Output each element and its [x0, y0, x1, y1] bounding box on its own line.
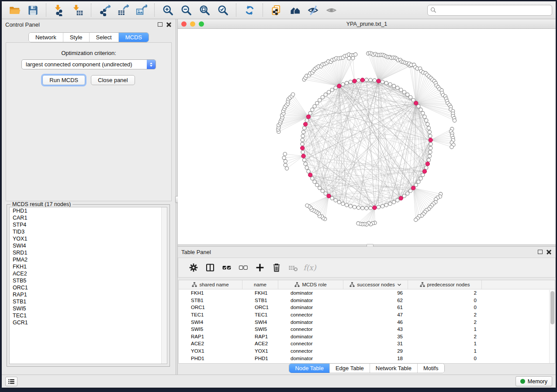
mcds-result-item[interactable]: STB1: [10, 298, 167, 305]
table-row[interactable]: ORC1ORC1dominator610: [179, 304, 555, 311]
mcds-result-item[interactable]: GCR1: [10, 319, 167, 326]
task-history-button[interactable]: [5, 377, 17, 386]
scrollbar-thumb[interactable]: [550, 291, 554, 324]
open-session-button[interactable]: [5, 3, 24, 17]
column-header-shared-name[interactable]: shared name: [179, 280, 242, 289]
show-column-button[interactable]: [202, 260, 218, 275]
mcds-node[interactable]: [308, 173, 312, 177]
mcds-node[interactable]: [301, 146, 304, 150]
tab-select[interactable]: Select: [89, 33, 118, 42]
close-panel-icon[interactable]: [547, 249, 552, 255]
run-mcds-button[interactable]: Run MCDS: [42, 75, 85, 85]
network-canvas[interactable]: [178, 29, 556, 244]
optimization-criterion-select[interactable]: largest connected component (undirected): [21, 59, 156, 69]
mcds-result-item[interactable]: TID3: [10, 228, 167, 235]
mcds-node[interactable]: [377, 79, 381, 83]
deselect-all-button[interactable]: [235, 260, 252, 275]
column-header-predecessor-nodes[interactable]: predecessor nodes: [408, 280, 482, 289]
mcds-list-scrollbar[interactable]: [161, 207, 167, 364]
zoom-fit-button[interactable]: [195, 3, 214, 17]
mcds-result-item[interactable]: ACE2: [10, 270, 167, 277]
table-row[interactable]: STB1STB1dominator620: [179, 297, 555, 304]
table-row[interactable]: SWI5SWI5connector431: [179, 326, 555, 333]
table-row[interactable]: TEC1TEC1connector472: [179, 311, 555, 319]
first-neighbors-button[interactable]: [285, 3, 304, 17]
window-close-icon[interactable]: [181, 21, 187, 27]
create-column-button[interactable]: [252, 260, 268, 275]
zoom-selected-button[interactable]: [214, 3, 232, 17]
table-row[interactable]: FKH1FKH1dominator962: [179, 289, 555, 297]
mcds-node[interactable]: [426, 162, 429, 166]
mcds-result-item[interactable]: ORC1: [10, 284, 167, 291]
export-network-button[interactable]: [95, 3, 114, 17]
tab-style[interactable]: Style: [63, 33, 89, 42]
mcds-result-item[interactable]: SWI5: [10, 305, 167, 312]
float-panel-icon[interactable]: [538, 250, 543, 254]
table-row[interactable]: ACE2ACE2connector311: [179, 340, 555, 347]
mcds-node[interactable]: [412, 186, 415, 190]
mcds-result-item[interactable]: YOX1: [10, 235, 167, 242]
import-network-button[interactable]: [50, 3, 69, 17]
import-table-button[interactable]: [69, 3, 87, 17]
close-panel-button[interactable]: Close panel: [91, 75, 135, 85]
mcds-node[interactable]: [353, 79, 356, 83]
mcds-result-item[interactable]: TEC1: [10, 312, 167, 319]
network-node: [321, 96, 324, 99]
mcds-result-item[interactable]: STB5: [10, 277, 167, 284]
table-row[interactable]: YOX1YOX1connector291: [179, 347, 555, 355]
table-row[interactable]: SWI4SWI4dominator462: [179, 318, 555, 326]
mcds-node[interactable]: [429, 138, 432, 142]
zoom-out-button[interactable]: [177, 3, 195, 17]
table-row[interactable]: RAP1RAP1dominator352: [179, 333, 555, 340]
network-node: [417, 180, 420, 183]
mcds-node[interactable]: [414, 101, 418, 105]
mcds-node[interactable]: [399, 196, 403, 200]
select-all-button[interactable]: [218, 260, 235, 275]
clone-network-button[interactable]: [267, 3, 285, 17]
import-table-icon: [72, 4, 84, 16]
export-image-button[interactable]: [132, 3, 150, 17]
close-panel-icon[interactable]: [166, 22, 172, 28]
float-panel-icon[interactable]: [158, 22, 163, 27]
tab-network[interactable]: Network: [29, 33, 63, 42]
zoom-in-button[interactable]: [159, 3, 177, 17]
column-header-successor-nodes[interactable]: successor nodes: [343, 280, 408, 289]
export-table-button[interactable]: [114, 3, 132, 17]
mcds-result-item[interactable]: SWI4: [10, 242, 167, 249]
save-session-button[interactable]: [24, 3, 42, 17]
network-view-titlebar: YPA_prune.txt_1: [178, 19, 556, 29]
mcds-node[interactable]: [327, 194, 331, 198]
column-header-MCDS-role[interactable]: MCDS role: [278, 280, 343, 289]
mcds-result-item[interactable]: FKH1: [10, 263, 167, 270]
column-header-name[interactable]: name: [242, 280, 278, 289]
mcds-node[interactable]: [360, 78, 364, 82]
network-node: [345, 81, 349, 85]
memory-button[interactable]: Memory: [515, 376, 552, 386]
tab-motifs[interactable]: Motifs: [417, 364, 444, 373]
mcds-result-item[interactable]: CAR1: [10, 214, 167, 221]
table-row[interactable]: PHD1PHD1dominator180: [179, 354, 555, 362]
mcds-result-item[interactable]: STP4: [10, 221, 167, 228]
hide-selected-button[interactable]: [304, 3, 322, 17]
tab-mcds[interactable]: MCDS: [118, 33, 149, 42]
mcds-result-item[interactable]: PMA2: [10, 256, 167, 263]
tab-edge-table[interactable]: Edge Table: [329, 364, 370, 373]
mcds-node[interactable]: [337, 84, 341, 88]
table-scrollbar[interactable]: [549, 290, 555, 363]
mcds-result-item[interactable]: RAP1: [10, 291, 167, 298]
mcds-node[interactable]: [306, 115, 310, 119]
mcds-node[interactable]: [304, 122, 308, 126]
search-input[interactable]: [439, 7, 549, 14]
update-view-button[interactable]: [240, 3, 259, 17]
delete-column-button[interactable]: [268, 260, 285, 275]
tab-node-table[interactable]: Node Table: [289, 364, 329, 373]
mcds-node[interactable]: [373, 206, 377, 210]
mcds-node[interactable]: [422, 169, 426, 173]
window-maximize-icon[interactable]: [199, 21, 204, 27]
mcds-node[interactable]: [301, 154, 305, 158]
mcds-result-item[interactable]: PHD1: [10, 207, 167, 214]
tab-network-table[interactable]: Network Table: [370, 364, 417, 373]
window-minimize-icon[interactable]: [190, 21, 195, 27]
mcds-result-item[interactable]: SRD1: [10, 249, 167, 256]
table-options-button[interactable]: [185, 260, 202, 275]
